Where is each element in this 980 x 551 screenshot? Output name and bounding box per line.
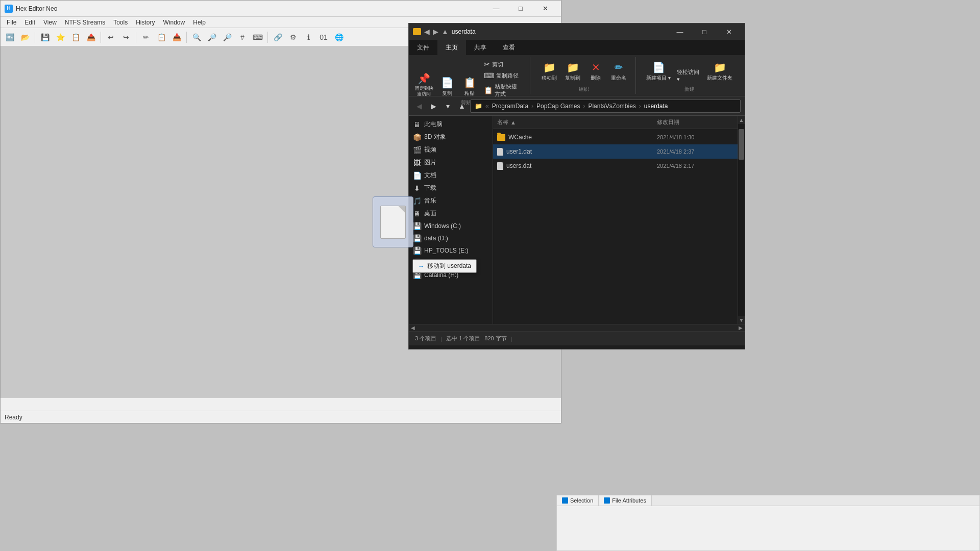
sidebar-item-music[interactable]: 🎵 音乐 bbox=[409, 194, 493, 207]
hscroll-right-button[interactable]: ▶ bbox=[737, 325, 745, 331]
address-popcap[interactable]: PopCap Games bbox=[536, 103, 580, 110]
new-folder-button[interactable]: 📁 新建文件夹 bbox=[705, 59, 734, 84]
file-item-usersdat[interactable]: users.dat 2021/4/18 2:17 bbox=[493, 159, 738, 173]
ribbon-tab-file[interactable]: 文件 bbox=[409, 40, 437, 55]
sidebar-label-computer: 此电脑 bbox=[424, 120, 443, 129]
toolbar-search[interactable]: 🔍 bbox=[189, 30, 204, 44]
nav-dropdown-button[interactable]: ▾ bbox=[442, 100, 454, 112]
scroll-down-button[interactable]: ▼ bbox=[738, 316, 745, 324]
toolbar-copy[interactable]: 📋 bbox=[154, 30, 168, 44]
menu-window[interactable]: Window bbox=[159, 18, 189, 27]
toolbar-save[interactable]: 💾 bbox=[38, 30, 52, 44]
explorer-close-button[interactable]: ✕ bbox=[717, 24, 741, 39]
clipboard-small-buttons: ✂ 剪切 ⌨ 复制路径 📋 粘贴快捷方式 bbox=[482, 59, 524, 99]
menu-tools[interactable]: Tools bbox=[109, 18, 132, 27]
file-item-user1dat[interactable]: user1.dat 2021/4/18 2:37 bbox=[493, 144, 738, 159]
toolbar-new[interactable]: 🆕 bbox=[3, 30, 17, 44]
file-item-wcache[interactable]: WCache 2021/4/18 1:30 bbox=[493, 130, 738, 144]
computer-icon: 🖥 bbox=[413, 120, 421, 129]
rename-icon: ✏ bbox=[615, 61, 623, 73]
toolbar-edit[interactable]: ✏ bbox=[139, 30, 153, 44]
toolbar-compare[interactable]: 🔗 bbox=[271, 30, 285, 44]
ribbon-copy-button[interactable]: 📄 复制 bbox=[437, 74, 457, 99]
desktop-icon: 🖥 bbox=[413, 210, 421, 218]
header-name[interactable]: 名称 bbox=[497, 118, 508, 126]
rename-button[interactable]: ✏ 重命名 bbox=[608, 59, 629, 84]
address-programdata[interactable]: ProgramData bbox=[492, 103, 528, 110]
cut-label: 剪切 bbox=[492, 61, 503, 68]
toolbar-undo[interactable]: ↩ bbox=[104, 30, 118, 44]
toolbar-redo[interactable]: ↪ bbox=[119, 30, 133, 44]
menu-ntfs[interactable]: NTFS Streams bbox=[61, 18, 109, 27]
menu-view[interactable]: View bbox=[39, 18, 61, 27]
address-userdata[interactable]: userdata bbox=[644, 103, 668, 110]
music-icon: 🎵 bbox=[413, 197, 421, 205]
toolbar-extra[interactable]: 🌐 bbox=[332, 30, 346, 44]
explorer-ribbon: 文件 主页 共享 查看 📌 固定到快速访问 📄 复制 📋 bbox=[409, 40, 745, 96]
toolbar-search2[interactable]: 🔎 bbox=[205, 30, 219, 44]
toolbar-save3[interactable]: 📋 bbox=[68, 30, 83, 44]
toolbar-open[interactable]: 📂 bbox=[18, 30, 32, 44]
organize-group-label: 组织 bbox=[579, 86, 589, 93]
nav-back-button[interactable]: ◀ bbox=[413, 100, 425, 112]
menu-help[interactable]: Help bbox=[189, 18, 210, 27]
sidebar-item-pictures[interactable]: 🖼 图片 bbox=[409, 156, 493, 169]
explorer-vscroll[interactable]: ▲ ▼ bbox=[738, 116, 745, 324]
nav-up-button[interactable]: ▲ bbox=[456, 100, 468, 112]
explorer-hscroll[interactable]: ◀ ▶ bbox=[409, 324, 745, 331]
ribbon-pin-button[interactable]: 📌 固定到快速访问 bbox=[413, 70, 435, 99]
menu-file[interactable]: File bbox=[3, 18, 20, 27]
ribbon-tab-share[interactable]: 共享 bbox=[466, 40, 495, 55]
hscroll-left-button[interactable]: ◀ bbox=[409, 325, 417, 331]
new-item-button[interactable]: 📄 新建项目 ▾ bbox=[644, 59, 672, 84]
explorer-maximize-button[interactable]: □ bbox=[693, 24, 716, 39]
ribbon-tab-home[interactable]: 主页 bbox=[437, 40, 466, 55]
explorer-minimize-button[interactable]: — bbox=[668, 24, 692, 39]
toolbar-info[interactable]: ℹ bbox=[301, 30, 315, 44]
header-date[interactable]: 修改日期 bbox=[657, 118, 733, 126]
toolbar-save2[interactable]: ⭐ bbox=[53, 30, 67, 44]
selection-tab-label: Selection bbox=[570, 497, 593, 504]
toolbar-offset[interactable]: ⌨ bbox=[251, 30, 265, 44]
sidebar-item-windows-c[interactable]: 💾 Windows (C:) bbox=[409, 220, 493, 232]
easy-access-button[interactable]: 轻松访问 ▾ bbox=[675, 67, 703, 84]
sidebar-item-documents[interactable]: 📄 文档 bbox=[409, 169, 493, 182]
copy-path-button[interactable]: ⌨ 复制路径 bbox=[482, 70, 524, 81]
file-attributes-tab[interactable]: File Attributes bbox=[599, 495, 652, 506]
sidebar-item-videos[interactable]: 🎬 视频 bbox=[409, 143, 493, 156]
selection-tab[interactable]: Selection bbox=[557, 495, 599, 506]
sidebar-item-downloads[interactable]: ⬇ 下载 bbox=[409, 182, 493, 194]
menu-history[interactable]: History bbox=[132, 18, 159, 27]
sidebar-item-3d[interactable]: 📦 3D 对象 bbox=[409, 131, 493, 143]
sidebar-item-data-d[interactable]: 💾 data (D:) bbox=[409, 232, 493, 244]
sort-arrow: ▲ bbox=[510, 119, 516, 126]
toolbar-sync[interactable]: ⚙ bbox=[286, 30, 300, 44]
hex-editor-title: Hex Editor Neo bbox=[16, 5, 484, 12]
paste-shortcut-button[interactable]: 📋 粘贴快捷方式 bbox=[482, 82, 524, 99]
move-to-button[interactable]: 📁 移动到 bbox=[538, 59, 560, 84]
hex-close-button[interactable]: ✕ bbox=[533, 1, 557, 16]
sidebar-item-desktop[interactable]: 🖥 桌面 bbox=[409, 207, 493, 220]
cut-button[interactable]: ✂ 剪切 bbox=[482, 59, 524, 69]
address-bar[interactable]: 📁 « ProgramData › PopCap Games › PlantsV… bbox=[470, 99, 741, 113]
copy-to-button[interactable]: 📁 复制到 bbox=[562, 59, 583, 84]
delete-button[interactable]: ✕ 删除 bbox=[585, 59, 606, 84]
nav-forward-button[interactable]: ▶ bbox=[427, 100, 439, 112]
hex-maximize-button[interactable]: □ bbox=[509, 1, 532, 16]
toolbar-bits[interactable]: 01 bbox=[316, 30, 331, 44]
sidebar-label-documents: 文档 bbox=[424, 171, 436, 180]
toolbar-save4[interactable]: 📤 bbox=[84, 30, 98, 44]
address-pvz[interactable]: PlantsVsZombies bbox=[588, 103, 635, 110]
ribbon-tab-view[interactable]: 查看 bbox=[495, 40, 523, 55]
toolbar-search3[interactable]: 🔎 bbox=[220, 30, 234, 44]
hex-minimize-button[interactable]: — bbox=[484, 1, 508, 16]
explorer-statusbar: 3 个项目 | 选中 1 个项目 820 字节 | bbox=[409, 331, 745, 345]
ribbon-paste-button[interactable]: 📋 粘贴 bbox=[459, 74, 480, 99]
scroll-thumb[interactable] bbox=[739, 129, 744, 160]
sidebar-item-computer[interactable]: 🖥 此电脑 bbox=[409, 118, 493, 131]
toolbar-calc[interactable]: # bbox=[235, 30, 250, 44]
scroll-up-button[interactable]: ▲ bbox=[738, 116, 745, 124]
sidebar-item-hp-tools[interactable]: 💾 HP_TOOLS (E:) bbox=[409, 244, 493, 257]
menu-edit[interactable]: Edit bbox=[20, 18, 39, 27]
toolbar-paste[interactable]: 📥 bbox=[169, 30, 184, 44]
